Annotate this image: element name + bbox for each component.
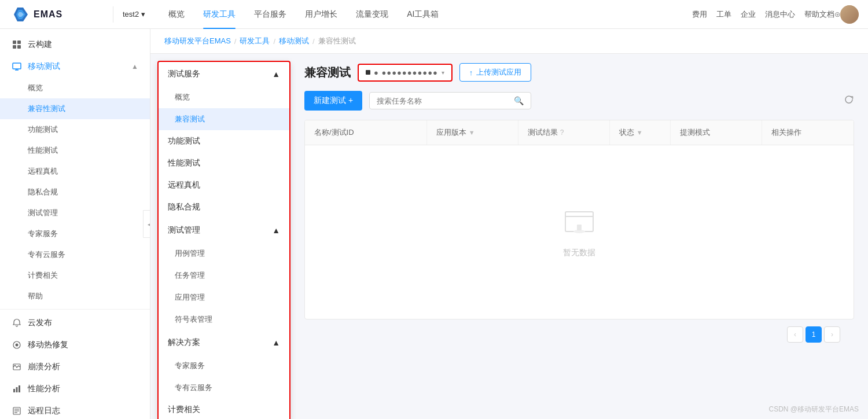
dropdown-section-test-service[interactable]: 测试服务 ▲ [159, 62, 289, 86]
search-box: 🔍 [369, 92, 531, 109]
nav-right-message[interactable]: 消息中心 [765, 9, 795, 20]
breadcrumb-compat: 兼容性测试 [318, 36, 356, 46]
upload-app-button[interactable]: ↑ 上传测试应用 [459, 63, 532, 82]
nav-menu: 概览研发工具平台服务用户增长流量变现AI工具箱 [159, 0, 692, 29]
sidebar-sub-compat[interactable]: 兼容性测试 [0, 98, 150, 119]
sidebar: 云构建 移动测试 ▲ 概览 兼容性测试 功能测试 性能测试 远程真机 隐私合规 … [0, 29, 150, 419]
sidebar-sub-remote[interactable]: 远程真机 [0, 161, 150, 182]
sidebar-sub-billing[interactable]: 计费相关 [0, 265, 150, 286]
version-dot [366, 70, 370, 75]
nav-item-devtools[interactable]: 研发工具 [194, 0, 245, 29]
nav-right-order[interactable]: 工单 [716, 9, 731, 20]
svg-rect-14 [16, 387, 18, 392]
upload-icon: ↑ [469, 68, 473, 77]
version-selector[interactable]: ● ●●●●●●●●●●● ▾ [358, 64, 453, 82]
log-icon [12, 406, 22, 416]
svg-rect-15 [19, 385, 20, 392]
refresh-button[interactable] [844, 94, 854, 107]
table-header: 名称/测试ID 应用版本 ▼ 测试结果 ? 状态 ▼ [305, 120, 854, 145]
app-version-filter-icon[interactable]: ▼ [469, 129, 475, 136]
sidebar-sub-cloud-svc[interactable]: 专有云服务 [0, 244, 150, 265]
svg-point-11 [16, 344, 19, 347]
dropdown-menu: 测试服务 ▲ 概览 兼容测试 功能测试 性能测试 远程真机 隐私合规 测试管理 … [157, 61, 290, 419]
breadcrumb-mobile-test[interactable]: 移动测试 [279, 36, 309, 46]
new-test-button[interactable]: 新建测试 + [304, 91, 362, 111]
nav-item-ai[interactable]: AI工具箱 [398, 0, 448, 29]
sidebar-item-hotfix[interactable]: 移动热修复 [0, 334, 150, 356]
sidebar-item-cloud-release[interactable]: 云发布 [0, 312, 150, 334]
bell-icon [12, 318, 22, 328]
logo-icon [9, 6, 31, 23]
pagination: ‹ 1 › [304, 319, 854, 350]
sidebar-item-mobile-test[interactable]: 移动测试 ▲ [0, 56, 150, 78]
nav-right-help[interactable]: 帮助文档⊙ [804, 9, 840, 20]
page-header: 兼容测试 ● ●●●●●●●●●●● ▾ ↑ 上传测试应用 [304, 63, 854, 82]
sidebar-sub-overview[interactable]: 概览 [0, 78, 150, 98]
sidebar-item-remote-log[interactable]: 远程日志 [0, 400, 150, 419]
dropdown-item-privacy[interactable]: 隐私合规 [159, 196, 289, 218]
breadcrumb-devtools[interactable]: 研发工具 [240, 36, 270, 46]
sidebar-sub-help[interactable]: 帮助 [0, 286, 150, 307]
sidebar-item-cloud-build[interactable]: 云构建 [0, 34, 150, 56]
breadcrumb-emas[interactable]: 移动研发平台EMAS [164, 36, 231, 46]
svg-rect-12 [13, 364, 20, 370]
sidebar-section-main: 云构建 移动测试 ▲ 概览 兼容性测试 功能测试 性能测试 远程真机 隐私合规 … [0, 29, 150, 419]
nav-right-enterprise[interactable]: 企业 [741, 9, 756, 20]
svg-rect-5 [13, 45, 16, 49]
toolbar: 新建测试 + 🔍 [304, 91, 854, 111]
empty-illustration [561, 206, 598, 236]
sidebar-sub-test-mgmt[interactable]: 测试管理 [0, 203, 150, 223]
grid-icon [12, 39, 22, 50]
test-result-help-icon[interactable]: ? [560, 128, 564, 137]
svg-rect-7 [13, 63, 21, 69]
th-test-result: 测试结果 ? [518, 120, 610, 145]
dropdown-item-func-test[interactable]: 功能测试 [159, 130, 289, 152]
sidebar-sub-privacy[interactable]: 隐私合规 [0, 182, 150, 203]
nav-item-overview[interactable]: 概览 [159, 0, 194, 29]
th-app-version: 应用版本 ▼ [427, 120, 518, 145]
nav-right-fee[interactable]: 费用 [692, 9, 707, 20]
search-input[interactable] [377, 97, 509, 105]
th-status: 状态 ▼ [610, 120, 671, 145]
dropdown-section-test-mgmt[interactable]: 测试管理 ▲ [159, 218, 289, 242]
next-page-button[interactable]: › [824, 326, 840, 343]
svg-rect-6 [17, 45, 21, 49]
status-filter-icon[interactable]: ▼ [637, 129, 643, 136]
sidebar-sub-func[interactable]: 功能测试 [0, 119, 150, 140]
dropdown-item-cloud-svc[interactable]: 专有云服务 [159, 377, 289, 399]
dropdown-item-symbol-mgmt[interactable]: 符号表管理 [159, 308, 289, 330]
dropdown-item-perf-test[interactable]: 性能测试 [159, 152, 289, 174]
avatar[interactable] [840, 5, 859, 24]
nav-item-platform[interactable]: 平台服务 [245, 0, 296, 29]
dropdown-item-billing[interactable]: 计费相关 [159, 399, 289, 419]
th-name: 名称/测试ID [305, 120, 427, 145]
dropdown-item-overview[interactable]: 概览 [159, 86, 289, 108]
page-1-button[interactable]: 1 [806, 326, 822, 343]
sidebar-collapse-button[interactable]: ◀ [143, 210, 150, 238]
th-actions: 相关操作 [762, 120, 854, 145]
workspace-selector[interactable]: test2 ▾ [118, 8, 150, 21]
dropdown-item-task-mgmt[interactable]: 任务管理 [159, 264, 289, 286]
logo-text: EMAS [34, 9, 62, 20]
dropdown-section-solutions[interactable]: 解决方案 ▲ [159, 330, 289, 355]
empty-icon [561, 206, 598, 243]
layout: 云构建 移动测试 ▲ 概览 兼容性测试 功能测试 性能测试 远程真机 隐私合规 … [0, 29, 868, 419]
version-text: ● ●●●●●●●●●●● [374, 68, 438, 77]
sidebar-sub-expert[interactable]: 专家服务 [0, 223, 150, 244]
dropdown-item-compat[interactable]: 兼容测试 [159, 108, 289, 130]
hotfix-icon [12, 340, 22, 350]
dropdown-item-app-mgmt[interactable]: 应用管理 [159, 286, 289, 308]
nav-item-growth[interactable]: 用户增长 [296, 0, 347, 29]
prev-page-button[interactable]: ‹ [787, 326, 803, 343]
dropdown-item-expert-svc[interactable]: 专家服务 [159, 355, 289, 377]
sidebar-sub-perf[interactable]: 性能测试 [0, 140, 150, 161]
svg-rect-3 [13, 41, 16, 44]
bar-icon [12, 384, 22, 394]
sidebar-item-perf[interactable]: 性能分析 [0, 378, 150, 400]
nav-item-monetize[interactable]: 流量变现 [347, 0, 398, 29]
page-title: 兼容测试 [304, 65, 351, 80]
dropdown-item-remote-machine[interactable]: 远程真机 [159, 174, 289, 196]
sidebar-divider-1 [0, 309, 150, 310]
sidebar-item-crash[interactable]: 崩溃分析 [0, 356, 150, 378]
dropdown-item-case-mgmt[interactable]: 用例管理 [159, 242, 289, 264]
